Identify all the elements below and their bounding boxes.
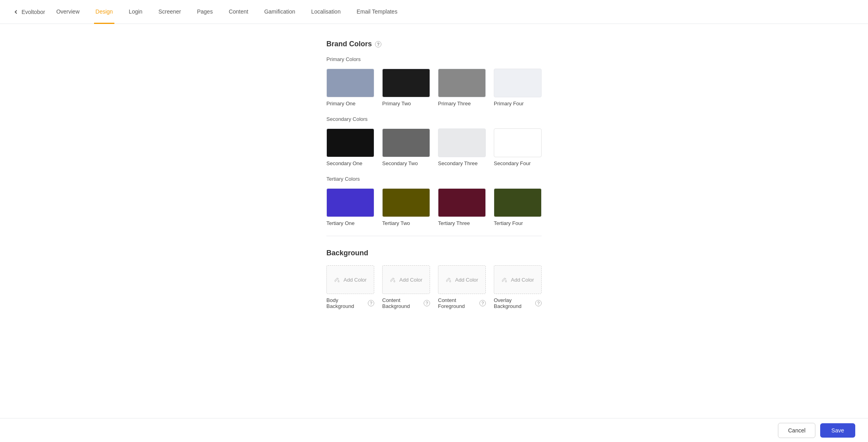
background-section: Background Add Color Body Background ? [326,249,542,309]
primary-two-item: Primary Two [382,69,430,107]
primary-three-item: Primary Three [438,69,486,107]
primary-colors-grid: Primary One Primary Two Primary Three Pr… [326,69,542,107]
primary-four-item: Primary Four [494,69,542,107]
tertiary-four-label: Tertiary Four [494,220,542,226]
header: Evoltobor Overview Design Login Screener… [0,0,868,24]
primary-two-swatch[interactable] [382,69,430,97]
tertiary-four-swatch[interactable] [494,188,542,217]
content-foreground-label: Content Foreground [438,297,477,309]
overlay-background-swatch[interactable]: Add Color [494,265,542,294]
body-background-swatch[interactable]: Add Color [326,265,374,294]
tertiary-one-swatch[interactable] [326,188,374,217]
tertiary-two-label: Tertiary Two [382,220,430,226]
background-colors-grid: Add Color Body Background ? Add Color Co… [326,265,542,309]
primary-colors-label: Primary Colors [326,56,542,62]
nav-tab-list: Overview Design Login Screener Pages Con… [55,0,399,24]
primary-one-swatch[interactable] [326,69,374,97]
main-nav: Overview Design Login Screener Pages Con… [55,0,399,24]
tab-content[interactable]: Content [227,0,250,24]
brand-colors-divider [326,236,542,236]
brand-colors-help-icon[interactable]: ? [375,41,381,47]
secondary-three-item: Secondary Three [438,128,486,166]
secondary-colors-grid: Secondary One Secondary Two Secondary Th… [326,128,542,166]
primary-three-swatch[interactable] [438,69,486,97]
tab-email-templates[interactable]: Email Templates [355,0,399,24]
tertiary-four-item: Tertiary Four [494,188,542,226]
tab-design[interactable]: Design [94,0,115,24]
secondary-two-item: Secondary Two [382,128,430,166]
body-background-help-icon[interactable]: ? [368,300,374,306]
body-background-label: Body Background [326,297,366,309]
secondary-three-label: Secondary Three [438,160,486,166]
brand-colors-title: Brand Colors ? [326,40,542,48]
app-name-label: Evoltobor [22,9,45,15]
overlay-background-label: Overlay Background [494,297,533,309]
content-foreground-label-group: Content Foreground ? [438,297,486,309]
tertiary-one-label: Tertiary One [326,220,374,226]
primary-four-swatch[interactable] [494,69,542,97]
secondary-four-swatch[interactable] [494,128,542,157]
paint-bucket-icon-3 [446,276,452,283]
primary-one-item: Primary One [326,69,374,107]
background-title: Background [326,249,542,257]
primary-one-label: Primary One [326,101,374,107]
content-background-label: Content Background [382,297,422,309]
tertiary-colors-grid: Tertiary One Tertiary Two Tertiary Three… [326,188,542,226]
secondary-one-swatch[interactable] [326,128,374,157]
tab-screener[interactable]: Screener [157,0,183,24]
paint-bucket-icon-4 [501,276,508,283]
overlay-background-label-group: Overlay Background ? [494,297,542,309]
secondary-two-swatch[interactable] [382,128,430,157]
primary-two-label: Primary Two [382,101,430,107]
secondary-one-item: Secondary One [326,128,374,166]
secondary-four-label: Secondary Four [494,160,542,166]
content-foreground-help-icon[interactable]: ? [479,300,486,306]
secondary-four-item: Secondary Four [494,128,542,166]
back-arrow-icon [13,9,19,15]
content-foreground-swatch[interactable]: Add Color [438,265,486,294]
tab-login[interactable]: Login [127,0,144,24]
content-background-help-icon[interactable]: ? [424,300,430,306]
secondary-colors-label: Secondary Colors [326,116,542,122]
tab-localisation[interactable]: Localisation [310,0,342,24]
tab-pages[interactable]: Pages [195,0,214,24]
body-background-item: Add Color Body Background ? [326,265,374,309]
tab-gamification[interactable]: Gamification [263,0,297,24]
secondary-two-label: Secondary Two [382,160,430,166]
overlay-background-item: Add Color Overlay Background ? [494,265,542,309]
tab-overview[interactable]: Overview [55,0,81,24]
back-button[interactable]: Evoltobor [13,9,45,15]
secondary-three-swatch[interactable] [438,128,486,157]
tertiary-three-label: Tertiary Three [438,220,486,226]
tertiary-colors-label: Tertiary Colors [326,176,542,182]
paint-bucket-icon-2 [390,276,396,283]
tertiary-two-swatch[interactable] [382,188,430,217]
tertiary-three-item: Tertiary Three [438,188,486,226]
secondary-one-label: Secondary One [326,160,374,166]
main-content: Brand Colors ? Primary Colors Primary On… [155,24,713,359]
primary-three-label: Primary Three [438,101,486,107]
content-background-label-group: Content Background ? [382,297,430,309]
content-foreground-item: Add Color Content Foreground ? [438,265,486,309]
tertiary-two-item: Tertiary Two [382,188,430,226]
overlay-background-help-icon[interactable]: ? [535,300,542,306]
content-background-swatch[interactable]: Add Color [382,265,430,294]
body-background-label-group: Body Background ? [326,297,374,309]
tertiary-one-item: Tertiary One [326,188,374,226]
paint-bucket-icon [334,276,340,283]
tertiary-three-swatch[interactable] [438,188,486,217]
primary-four-label: Primary Four [494,101,542,107]
brand-colors-section: Brand Colors ? Primary Colors Primary On… [326,40,542,226]
content-background-item: Add Color Content Background ? [382,265,430,309]
